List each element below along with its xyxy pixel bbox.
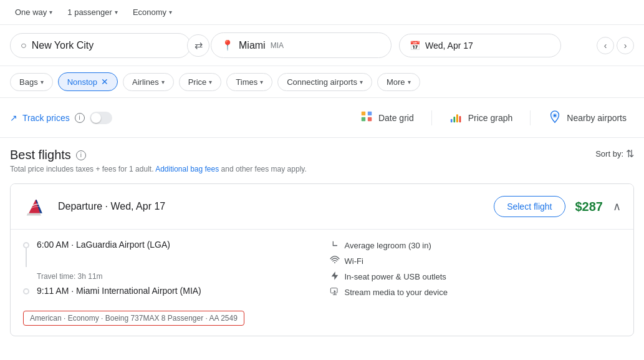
track-prices-toggle[interactable] [90,112,112,124]
departure-stop: 6:00 AM · LaGuardia Airport (LGA) [23,240,315,267]
track-info-icon[interactable]: i [75,113,85,123]
amenity-stream: Stream media to your device [330,286,622,298]
expand-icon[interactable]: ∧ [613,200,621,213]
svg-rect-0 [362,112,365,115]
connecting-filter[interactable]: Connecting airports ▾ [277,73,372,91]
svg-point-9 [554,114,556,117]
arrival-stop: 9:11 AM · Miami International Airport (M… [23,286,315,296]
track-prices-label: Track prices [22,113,70,123]
cabin-label: Economy [133,7,166,17]
svg-rect-7 [459,116,461,122]
stream-label: Stream media to your device [345,288,448,297]
price-graph-icon [449,110,463,125]
best-flights-section: Best flights i Total price includes taxe… [0,138,644,178]
svg-rect-10 [332,245,337,246]
best-flights-title: Best flights i [10,148,307,162]
amenity-legroom: Average legroom (30 in) [330,240,622,251]
price-graph-label: Price graph [468,113,513,123]
travel-time: Travel time: 3h 11m [23,272,315,281]
best-flights-header: Best flights i Total price includes taxe… [10,148,634,173]
top-bar: One way ▾ 1 passenger ▾ Economy ▾ [0,0,644,25]
best-flights-sub-text: Total price includes taxes + fees for 1 … [10,165,153,173]
flight-price: $287 [575,200,603,214]
cabin-selector[interactable]: Economy ▾ [128,5,177,19]
power-label: In-seat power & USB outlets [345,272,446,281]
flight-info-tag: American · Economy · Boeing 737MAX 8 Pas… [23,311,244,326]
trip-type-chevron: ▾ [49,9,52,16]
destination-text: Miami [239,40,266,51]
power-icon [330,271,340,283]
additional-bag-fees-link[interactable]: Additional bag fees [155,165,219,173]
legroom-label: Average legroom (30 in) [345,241,431,250]
more-filter[interactable]: More ▾ [377,73,420,91]
price-filter[interactable]: Price ▾ [179,73,222,91]
stop-line [26,248,27,267]
date-grid-icon [360,109,373,126]
best-flights-info: Best flights i Total price includes taxe… [10,148,307,173]
destination-field[interactable]: 📍 Miami MIA [211,32,392,58]
date-prev-button[interactable]: ‹ [597,37,614,54]
best-flights-info-icon[interactable]: i [76,150,86,160]
departure-airport-separator: · [71,240,76,250]
nonstop-label: Nonstop [67,77,97,87]
origin-icon: ○ [21,40,27,51]
svg-rect-3 [368,117,372,121]
date-next-button[interactable]: › [617,37,634,54]
price-graph-option[interactable]: Price graph [442,106,521,129]
svg-point-11 [334,262,335,263]
trip-type-selector[interactable]: One way ▾ [10,5,57,19]
american-airlines-logo-svg [24,195,47,218]
select-flight-button[interactable]: Select flight [494,196,565,217]
connecting-chevron: ▾ [360,79,363,85]
departure-time: 6:00 AM [37,240,69,250]
svg-rect-5 [453,117,455,122]
swap-button[interactable]: ⇄ [187,34,209,57]
sort-icon[interactable]: ⇅ [626,148,634,160]
price-chevron: ▾ [209,79,212,85]
departure-separator: · [105,201,111,212]
best-flights-label: Best flights [10,148,71,162]
trip-type-label: One way [15,7,47,17]
track-bar: ↗ Track prices i Date grid [0,98,644,138]
arrival-info: 9:11 AM · Miami International Airport (M… [37,286,201,296]
airlines-chevron: ▾ [161,79,165,85]
date-grid-label: Date grid [378,113,414,123]
departure-date: Wed, Apr 17 [111,201,166,212]
stop-dot-arrive [23,288,29,294]
flight-timeline: 6:00 AM · LaGuardia Airport (LGA) Travel… [23,240,315,301]
date-grid-option[interactable]: Date grid [352,105,421,130]
date-field[interactable]: 📅 Wed, Apr 17 [399,34,561,57]
origin-field[interactable]: ○ New York City [10,33,191,58]
sort-bar: Sort by: ⇅ [595,148,634,160]
sort-by-label: Sort by: [595,149,623,158]
bags-filter[interactable]: Bags ▾ [10,73,53,91]
arrival-airport: Miami International Airport (MIA) [76,286,201,296]
passengers-label: 1 passenger [67,7,112,17]
track-prices[interactable]: ↗ Track prices i [10,113,85,123]
wifi-label: Wi-Fi [345,256,363,266]
price-label: Price [188,77,207,87]
airlines-label: Airlines [132,77,159,87]
track-prices-icon: ↗ [10,113,17,123]
nonstop-close-icon[interactable]: ✕ [101,77,108,87]
passengers-selector[interactable]: 1 passenger ▾ [62,5,123,19]
departure-info: 6:00 AM · LaGuardia Airport (LGA) [37,240,170,250]
airlines-filter[interactable]: Airlines ▾ [123,73,174,91]
origin-text: New York City [32,40,94,51]
bags-chevron: ▾ [41,79,44,85]
more-chevron: ▾ [408,79,411,85]
nonstop-filter[interactable]: Nonstop ✕ [58,72,118,91]
date-nav: ‹ › [597,37,634,54]
stop-indicator-depart [23,240,29,267]
flight-card-title: Departure · Wed, Apr 17 [58,201,494,212]
times-filter[interactable]: Times ▾ [226,73,272,91]
flight-card-header[interactable]: Departure · Wed, Apr 17 Select flight $2… [11,184,633,229]
cabin-chevron: ▾ [169,9,172,16]
best-flights-subtitle: Total price includes taxes + fees for 1 … [10,165,307,173]
nearby-airports-icon [548,110,562,125]
stream-icon [330,286,340,298]
wifi-icon [330,255,340,267]
departure-airport: LaGuardia Airport (LGA) [76,240,170,250]
date-text: Wed, Apr 17 [425,41,473,51]
nearby-airports-option[interactable]: Nearby airports [541,106,634,129]
